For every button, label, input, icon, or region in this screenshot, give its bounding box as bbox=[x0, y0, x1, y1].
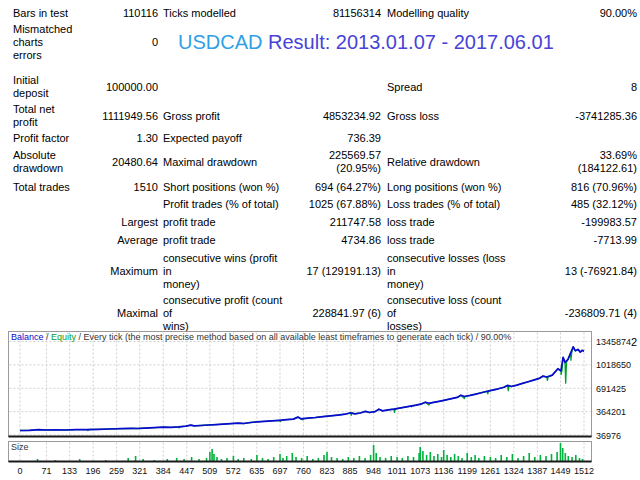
y-axis-tick-label: 1018650 bbox=[596, 360, 631, 370]
report-cell-c3: consecutive wins (profit in money) bbox=[163, 252, 288, 291]
report-cell-c5: Loss trades (% of total) bbox=[387, 198, 512, 211]
size-bar bbox=[292, 453, 294, 461]
size-bar bbox=[534, 457, 536, 461]
report-row: Absolute drawdown20480.64Maximal drawdow… bbox=[0, 149, 640, 175]
y-axis-tick-label: 1345874 bbox=[596, 337, 631, 347]
x-axis-labels: 0711331962593213844475095726356977608238… bbox=[17, 466, 594, 476]
report-cell-c2: 100000.00 bbox=[100, 81, 158, 94]
size-bar bbox=[407, 456, 409, 461]
report-cell-c5: loss trade bbox=[387, 234, 512, 247]
report-row: Maximalconsecutive profit (count of wins… bbox=[0, 294, 640, 333]
x-axis-tick-label: 948 bbox=[366, 466, 381, 476]
report-row: Total net profit1111949.56Gross profit48… bbox=[0, 103, 640, 129]
x-axis-tick-label: 1449 bbox=[550, 466, 570, 476]
report-cell-c5: loss trade bbox=[387, 216, 512, 229]
report-cell-c3: profit trade bbox=[163, 234, 288, 247]
x-axis-tick-label: 1387 bbox=[527, 466, 547, 476]
y-axis-tick-label: 36976 bbox=[596, 431, 621, 441]
y-axis-tick-label: 364201 bbox=[596, 407, 626, 417]
report-cell-c1: Total net profit bbox=[13, 103, 100, 129]
size-bar bbox=[458, 456, 460, 461]
size-bar bbox=[551, 454, 553, 461]
report-cell-c5: consecutive loss (count of losses) bbox=[387, 294, 512, 333]
size-bar bbox=[295, 457, 297, 461]
report-row: Averageprofit trade4734.86loss trade-771… bbox=[0, 234, 640, 247]
x-axis-tick-label: 196 bbox=[86, 466, 101, 476]
x-axis-tick-label: 1136 bbox=[434, 466, 453, 476]
size-bar bbox=[443, 450, 445, 461]
x-axis-tick-label: 1199 bbox=[458, 466, 477, 476]
report-cell-c6: -236809.71 (4) bbox=[512, 307, 637, 320]
result-title: USDCAD Result: 2013.01.07 - 2017.06.01 bbox=[178, 36, 554, 49]
size-bar bbox=[446, 455, 448, 461]
size-bar bbox=[379, 457, 381, 461]
size-bar bbox=[441, 457, 443, 461]
size-bar bbox=[375, 453, 377, 461]
size-bar bbox=[273, 457, 275, 461]
report-cell-c4: 1025 (67.88%) bbox=[288, 198, 381, 211]
report-row: Mismatched charts errors0USDCAD Result: … bbox=[0, 23, 640, 62]
report-cell-c6: 33.69% (184122.61) bbox=[512, 149, 637, 175]
size-panel-label: Size bbox=[11, 442, 29, 452]
report-row: Profit factor1.30Expected payoff736.39 bbox=[0, 132, 640, 145]
size-bar bbox=[359, 456, 361, 461]
y-axis-tick-label: 691425 bbox=[596, 384, 626, 394]
size-bar bbox=[540, 455, 542, 461]
equity-legend-label: Equity bbox=[51, 332, 77, 342]
size-bar bbox=[326, 452, 328, 461]
size-bar bbox=[571, 457, 573, 461]
report-cell-c3: Expected payoff bbox=[163, 132, 288, 145]
report-cell-c3: Profit trades (% of total) bbox=[163, 198, 288, 211]
report-cell-c1: Bars in test bbox=[13, 7, 100, 20]
legend-separator: / bbox=[44, 332, 52, 342]
x-axis-tick-label: 1261 bbox=[480, 466, 500, 476]
result-range-label: Result: 2013.01.07 - 2017.06.01 bbox=[268, 36, 554, 49]
x-axis-tick-label: 447 bbox=[179, 466, 194, 476]
report-cell-c1: Mismatched charts errors bbox=[13, 23, 100, 62]
report-cell-c4: 17 (129191.13) bbox=[288, 265, 381, 278]
report-cell-c6: -7713.99 bbox=[512, 234, 637, 247]
report-row: Largestprofit trade211747.58loss trade-1… bbox=[0, 216, 640, 229]
size-bar bbox=[565, 453, 567, 461]
size-bar bbox=[433, 456, 435, 461]
size-bar bbox=[560, 443, 562, 461]
size-bar bbox=[471, 457, 473, 461]
report-cell-c2: Average bbox=[100, 234, 158, 247]
size-bar bbox=[373, 445, 375, 461]
report-cell-c2: 0 bbox=[100, 36, 158, 49]
size-bar bbox=[454, 454, 456, 461]
report-cell-c5: Relative drawdown bbox=[387, 156, 512, 169]
x-axis-tick-label: 259 bbox=[109, 466, 124, 476]
size-bar bbox=[396, 457, 398, 461]
size-bar bbox=[279, 454, 281, 461]
report-cell-c2: 20480.64 bbox=[100, 156, 158, 169]
symbol-label: USDCAD bbox=[178, 36, 262, 49]
size-bar bbox=[512, 454, 514, 461]
report-cell-c1: Initial deposit bbox=[13, 74, 100, 100]
report-cell-c4: 4853234.92 bbox=[288, 110, 381, 123]
report-cell-c3: Ticks modelled bbox=[163, 7, 288, 20]
equity-chart: 3697636420169142510186501345874Balance /… bbox=[0, 330, 640, 480]
report-cell-c6: 485 (32.12%) bbox=[512, 198, 637, 211]
x-axis-tick-label: 384 bbox=[156, 466, 171, 476]
report-cell-c3: Gross profit bbox=[163, 110, 288, 123]
report-cell-c4: 81156314 bbox=[288, 7, 381, 20]
size-bar bbox=[233, 456, 235, 461]
x-axis-tick-label: 509 bbox=[202, 466, 217, 476]
size-bar bbox=[430, 452, 432, 461]
report-cell-c3: profit trade bbox=[163, 216, 288, 229]
report-row: Maximumconsecutive wins (profit in money… bbox=[0, 252, 640, 291]
size-bar bbox=[419, 447, 421, 461]
x-axis-tick-label: 0 bbox=[17, 466, 22, 476]
size-bar bbox=[216, 457, 218, 461]
size-bar bbox=[256, 455, 258, 461]
report-cell-c4: 228841.97 (6) bbox=[288, 307, 381, 320]
report-cell-c4: 225569.57 (20.95%) bbox=[288, 149, 381, 175]
report-row: Profit trades (% of total)1025 (67.88%)L… bbox=[0, 198, 640, 211]
report-cell-c2: 110116 bbox=[100, 7, 158, 20]
report-cell-c5: Modelling quality bbox=[387, 7, 512, 20]
size-bar bbox=[506, 457, 508, 461]
report-cell-c6: 8 bbox=[512, 81, 637, 94]
size-bar bbox=[523, 456, 525, 461]
size-bar bbox=[331, 457, 333, 461]
